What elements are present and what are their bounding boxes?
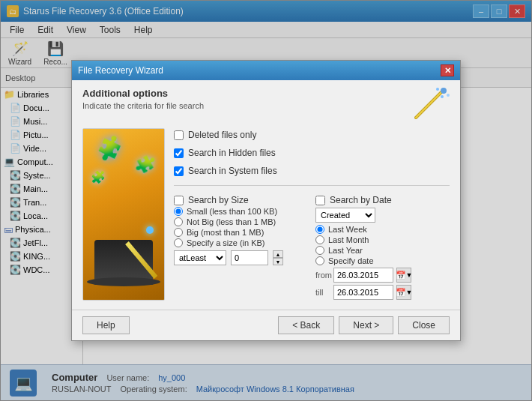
- date-from-input[interactable]: [333, 268, 393, 283]
- size-notbig-radio[interactable]: [174, 217, 183, 226]
- deleted-files-row: Deleted files only: [174, 130, 450, 140]
- hidden-files-label[interactable]: Search in Hidden files: [188, 148, 276, 158]
- date-column: Search by Date Created Modified Accessed: [315, 193, 450, 302]
- date-lastmonth-radio[interactable]: [315, 235, 324, 244]
- search-system-checkbox[interactable]: [174, 166, 184, 176]
- date-till-label: till: [315, 288, 330, 297]
- size-notbig-label[interactable]: Not Big (less than 1 MB): [187, 217, 276, 226]
- date-type-dropdown-row: Created Modified Accessed: [315, 208, 450, 223]
- date-from-label: from: [315, 271, 330, 280]
- close-dialog-button[interactable]: Close: [398, 316, 450, 334]
- dialog-heading: Additional options: [82, 88, 204, 99]
- back-button[interactable]: < Back: [278, 316, 334, 334]
- search-size-label[interactable]: Search by Size: [188, 195, 249, 205]
- date-specify-label[interactable]: Specify date: [328, 256, 374, 265]
- date-lastweek-row: Last Week: [315, 225, 450, 234]
- date-till-row: till 📅▼: [315, 285, 450, 300]
- date-lastweek-label[interactable]: Last Week: [328, 225, 367, 234]
- deleted-files-checkbox[interactable]: [174, 130, 184, 140]
- options-panel: Deleted files only Search in Hidden file…: [174, 128, 450, 302]
- wand-decoration: [412, 88, 450, 121]
- help-button[interactable]: Help: [82, 316, 130, 334]
- date-lastyear-radio[interactable]: [315, 246, 324, 255]
- wand-icon-svg: [412, 88, 450, 121]
- nav-buttons: < Back Next > Close: [278, 316, 450, 334]
- size-qualifier-select[interactable]: atLeast atMost: [174, 250, 226, 265]
- dialog-content: 🧩 🧩 🧩 Deleted files only: [82, 128, 450, 302]
- date-till-input[interactable]: [333, 285, 393, 300]
- size-big-label[interactable]: Big (most than 1 MB): [187, 228, 264, 237]
- svg-point-3: [441, 95, 444, 98]
- svg-point-4: [436, 88, 439, 91]
- svg-point-2: [441, 88, 447, 94]
- search-size-checkbox[interactable]: [174, 196, 184, 205]
- file-recovery-dialog: File Recovery Wizard ✕ Additional option…: [71, 60, 461, 341]
- size-notbig-row: Not Big (less than 1 MB): [174, 217, 308, 226]
- date-specify-radio[interactable]: [315, 256, 324, 265]
- size-specify-label[interactable]: Specify a size (in KB): [187, 238, 265, 247]
- size-big-radio[interactable]: [174, 228, 183, 237]
- date-till-calendar-button[interactable]: 📅▼: [396, 285, 411, 300]
- size-column: Search by Size Small (less than 100 KB) …: [174, 193, 308, 302]
- search-date-row: Search by Date: [315, 195, 450, 205]
- size-spinner: ▲ ▼: [273, 250, 283, 265]
- size-small-row: Small (less than 100 KB): [174, 207, 308, 216]
- search-date-label[interactable]: Search by Date: [330, 195, 392, 205]
- dialog-close-button[interactable]: ✕: [441, 64, 454, 76]
- size-big-row: Big (most than 1 MB): [174, 228, 308, 237]
- hidden-files-row: Search in Hidden files: [174, 148, 450, 158]
- system-files-label[interactable]: Search in System files: [188, 166, 277, 176]
- date-type-select[interactable]: Created Modified Accessed: [315, 208, 375, 223]
- spin-up-button[interactable]: ▲: [273, 250, 283, 258]
- date-lastweek-radio[interactable]: [315, 225, 324, 234]
- system-files-row: Search in System files: [174, 166, 450, 176]
- date-lastmonth-label[interactable]: Last Month: [328, 235, 369, 244]
- dialog-titlebar: File Recovery Wizard ✕: [72, 61, 460, 80]
- date-specify-row: Specify date: [315, 256, 450, 265]
- dialog-subtext: Indicate the criteria for file search: [82, 101, 204, 110]
- svg-point-5: [447, 94, 450, 97]
- search-hidden-checkbox[interactable]: [174, 148, 184, 158]
- date-lastmonth-row: Last Month: [315, 235, 450, 244]
- dialog-overlay: File Recovery Wizard ✕ Additional option…: [0, 0, 532, 401]
- date-from-row: from 📅▼: [315, 268, 450, 283]
- two-col-options: Search by Size Small (less than 100 KB) …: [174, 193, 450, 302]
- size-small-label[interactable]: Small (less than 100 KB): [187, 207, 277, 216]
- size-value-input[interactable]: [231, 250, 268, 265]
- deleted-files-label[interactable]: Deleted files only: [188, 130, 256, 140]
- search-date-checkbox[interactable]: [315, 196, 325, 205]
- size-small-radio[interactable]: [174, 207, 183, 216]
- date-lastyear-row: Last Year: [315, 246, 450, 255]
- size-specify-row: Specify a size (in KB): [174, 238, 308, 247]
- wizard-image: 🧩 🧩 🧩: [82, 128, 165, 301]
- dialog-body: Additional options Indicate the criteria…: [72, 80, 460, 310]
- dialog-header: Additional options Indicate the criteria…: [82, 88, 450, 121]
- divider: [174, 185, 450, 186]
- size-specify-radio[interactable]: [174, 238, 183, 247]
- date-lastyear-label[interactable]: Last Year: [328, 246, 363, 255]
- dialog-title: File Recovery Wizard: [78, 65, 163, 76]
- svg-line-1: [416, 91, 442, 118]
- dialog-footer: Help < Back Next > Close: [72, 310, 460, 340]
- date-from-calendar-button[interactable]: 📅▼: [396, 268, 411, 283]
- search-size-row: Search by Size: [174, 195, 308, 205]
- spin-down-button[interactable]: ▼: [273, 258, 283, 265]
- size-qualifier-row: atLeast atMost ▲ ▼: [174, 250, 308, 265]
- next-button[interactable]: Next >: [339, 316, 393, 334]
- dialog-header-text: Additional options Indicate the criteria…: [82, 88, 204, 110]
